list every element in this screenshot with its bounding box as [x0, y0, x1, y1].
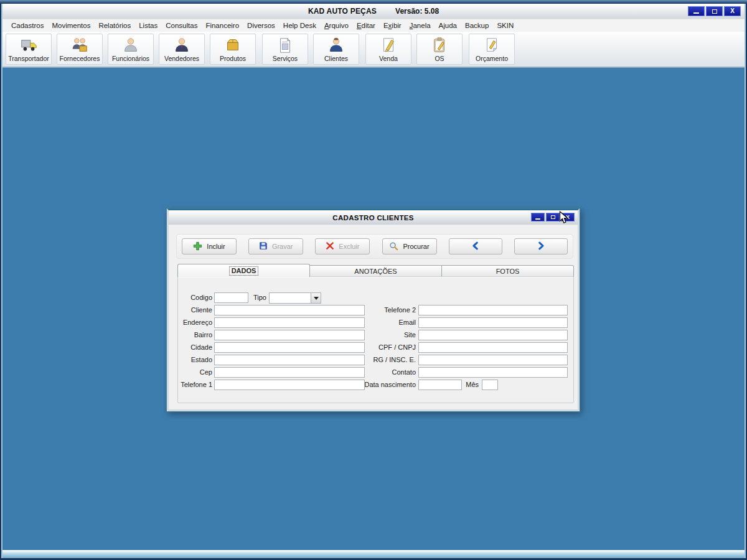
- next-record-button[interactable]: [514, 238, 568, 254]
- form-row: Data nascimento Mês: [169, 380, 580, 390]
- tab-fotos[interactable]: FOTOS: [442, 265, 574, 277]
- maximize-icon: [551, 215, 555, 219]
- dialog-action-bar: Incluir Gravar Excluir Procurar: [176, 234, 573, 259]
- minimize-icon: [535, 218, 540, 220]
- status-bar: [2, 550, 745, 558]
- toolbar-button-orcamento[interactable]: Orçamento: [469, 34, 515, 65]
- form-row: RG / INSC. E.: [169, 355, 580, 365]
- suppliers-icon: [70, 35, 90, 55]
- toolbar-label: Venda: [379, 55, 398, 62]
- dropdown-arrow-icon[interactable]: [311, 293, 321, 303]
- menubar: Cadastros Movimentos Relatórios Listas C…: [2, 19, 745, 32]
- toolbar-label: Funcionários: [112, 55, 149, 62]
- dialog-minimize-button[interactable]: [531, 213, 545, 222]
- previous-record-button[interactable]: [449, 238, 502, 254]
- client-icon: [326, 35, 346, 55]
- app-title: KAD AUTO PEÇAS: [308, 7, 377, 16]
- dialog-frame: CADASTRO CLIENTES X Incluir Gravar: [167, 208, 580, 411]
- contato-input[interactable]: [418, 367, 568, 378]
- close-button[interactable]: X: [724, 6, 741, 16]
- menu-item-financeiro[interactable]: Financeiro: [205, 22, 239, 29]
- codigo-input[interactable]: [214, 292, 248, 303]
- toolbar-button-produtos[interactable]: Produtos: [210, 34, 256, 65]
- cpf-cnpj-input[interactable]: [418, 342, 568, 353]
- note-pencil-icon: [482, 35, 502, 55]
- app-version: Versão: 5.08: [395, 7, 439, 16]
- email-input[interactable]: [418, 317, 568, 328]
- menu-item-editar[interactable]: Editar: [357, 22, 375, 29]
- menu-item-janela[interactable]: Janela: [410, 22, 431, 29]
- procurar-button[interactable]: Procurar: [382, 238, 437, 254]
- cpf-cnpj-label: CPF / CNPJ: [348, 342, 416, 353]
- pencil-sheet-icon: [378, 35, 398, 55]
- tab-anotacoes[interactable]: ANOTAÇÕES: [310, 265, 442, 277]
- search-icon: [389, 241, 398, 252]
- window-border-right: [745, 4, 747, 560]
- truck-icon: [19, 35, 39, 55]
- maximize-button[interactable]: [706, 6, 723, 16]
- menu-item-help-desk[interactable]: Help Desk: [283, 22, 316, 29]
- tipo-label: Tipo: [247, 292, 266, 303]
- toolbar-label: Transportador: [8, 55, 49, 62]
- toolbar-button-venda[interactable]: Venda: [365, 34, 411, 65]
- menu-item-exibir[interactable]: Exibir: [383, 22, 402, 29]
- gravar-button[interactable]: Gravar: [248, 238, 303, 254]
- telefone2-input[interactable]: [418, 305, 568, 315]
- toolbar-button-os[interactable]: OS: [416, 34, 463, 65]
- form-row: CPF / CNPJ: [169, 342, 580, 353]
- menu-item-backup[interactable]: Backup: [465, 22, 489, 29]
- dialog-title: CADASTRO CLIENTES: [332, 214, 413, 222]
- dialog-titlebar[interactable]: CADASTRO CLIENTES X: [169, 210, 578, 225]
- save-icon: [259, 241, 268, 251]
- delete-x-icon: [326, 241, 334, 251]
- plus-icon: [193, 241, 202, 252]
- toolbar-button-servicos[interactable]: Serviços: [262, 34, 308, 65]
- mouse-cursor: [559, 211, 569, 227]
- salesperson-icon: [172, 35, 192, 55]
- toolbar-label: Vendedores: [164, 55, 199, 62]
- menu-item-diversos[interactable]: Diversos: [247, 22, 275, 29]
- excluir-button[interactable]: Excluir: [315, 238, 370, 254]
- toolbar-button-vendedores[interactable]: Vendedores: [159, 34, 205, 65]
- application-window: KAD AUTO PEÇAS Versão: 5.08 X Cadastros …: [0, 0, 747, 560]
- menu-item-listas[interactable]: Listas: [139, 22, 157, 29]
- toolbar-label: Clientes: [324, 55, 348, 62]
- toolbar-button-funcionarios[interactable]: Funcionários: [108, 34, 154, 65]
- menu-item-movimentos[interactable]: Movimentos: [52, 22, 90, 29]
- site-input[interactable]: [418, 330, 568, 340]
- dialog-maximize-button[interactable]: [546, 213, 560, 222]
- contato-label: Contato: [348, 367, 416, 378]
- toolbar-label: Fornecedores: [60, 55, 100, 62]
- rg-insc-input[interactable]: [418, 355, 568, 365]
- box-icon: [223, 35, 243, 55]
- toolbar-button-clientes[interactable]: Clientes: [313, 34, 359, 65]
- rg-insc-label: RG / INSC. E.: [348, 355, 416, 365]
- menu-item-consultas[interactable]: Consultas: [166, 22, 197, 29]
- mes-label: Mês: [462, 380, 479, 390]
- menu-item-skin[interactable]: SKIN: [497, 22, 514, 29]
- minimize-button[interactable]: [688, 6, 705, 16]
- menu-item-cadastros[interactable]: Cadastros: [11, 22, 44, 29]
- menu-item-arquivo[interactable]: Arquivo: [324, 22, 349, 29]
- form-row: Site: [169, 330, 580, 340]
- telefone2-label: Telefone 2: [348, 305, 416, 315]
- data-nascimento-input[interactable]: [418, 380, 462, 390]
- toolbar-button-transportador[interactable]: Transportador: [6, 34, 52, 65]
- prev-arrow-icon: [471, 241, 481, 252]
- menu-item-ajuda[interactable]: Ajuda: [439, 22, 457, 29]
- titlebar[interactable]: KAD AUTO PEÇAS Versão: 5.08 X: [2, 4, 745, 19]
- codigo-label: Codigo: [174, 292, 212, 303]
- incluir-button[interactable]: Incluir: [182, 238, 237, 254]
- toolbar-label: OS: [435, 55, 444, 62]
- toolbar-label: Serviços: [273, 55, 298, 62]
- tipo-select[interactable]: [269, 292, 321, 304]
- site-label: Site: [348, 330, 416, 340]
- toolbar-button-fornecedores[interactable]: Fornecedores: [57, 34, 103, 65]
- toolbar-label: Produtos: [220, 55, 246, 62]
- employee-icon: [121, 35, 141, 55]
- form-row: Contato: [169, 367, 580, 378]
- mes-input[interactable]: [482, 380, 498, 390]
- form-row: Email: [169, 317, 580, 328]
- tab-dados[interactable]: DADOS: [177, 264, 310, 277]
- menu-item-relatorios[interactable]: Relatórios: [98, 22, 131, 29]
